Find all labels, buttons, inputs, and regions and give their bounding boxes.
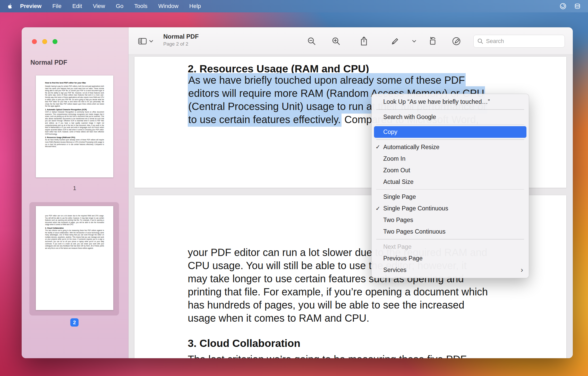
menubar-status-area (560, 3, 588, 10)
page-number-1: 1 (36, 185, 113, 192)
zoom-in-icon (331, 37, 341, 46)
desktop: Preview File Edit View Go Tools Window H… (0, 0, 588, 376)
search-input[interactable] (486, 38, 561, 45)
page-thumbnail-2[interactable]: your PDF editor can run a lot slower due… (36, 206, 113, 310)
share-button[interactable] (358, 35, 370, 47)
menu-item-label: Copy (383, 129, 397, 135)
page-number-2-badge: 2 (70, 318, 79, 327)
menu-separator (376, 124, 524, 125)
section-heading-cloud: 3. Cloud Collaboration (188, 337, 300, 349)
menu-item-label: Automatically Resize (383, 144, 439, 151)
thumb1-title: How to find the best PDF editor for your… (45, 82, 104, 84)
stack-status-icon[interactable] (574, 3, 581, 9)
thumb1-paragraph: OCR or Optical Character Recognition is … (45, 111, 104, 135)
menu-item-label: Zoom Out (383, 167, 410, 174)
thumb1-paragraph: As we have briefly touched upon already … (45, 139, 104, 148)
rotate-icon (428, 37, 437, 46)
rotate-button[interactable] (427, 35, 439, 47)
apple-logo-icon[interactable] (7, 3, 12, 9)
annotate-dropdown-button[interactable] (410, 35, 418, 47)
menu-item-label: Zoom In (383, 155, 405, 162)
sidebar-document-title: Normal PDF (30, 59, 67, 66)
thumb1-heading-2: 2. Resources Usage (RAM and CPU) (45, 136, 104, 138)
text-line: As we have briefly touched upon already … (188, 74, 487, 87)
menu-item-services[interactable]: Services› (372, 264, 529, 276)
menubar-item-help[interactable]: Help (184, 3, 206, 10)
menu-item-zoom-in[interactable]: Zoom In (372, 153, 529, 165)
minimize-button[interactable] (42, 39, 47, 44)
chevron-down-icon (412, 40, 416, 42)
markup-button[interactable] (450, 35, 463, 47)
menubar-app-name[interactable]: Preview (15, 3, 47, 10)
menu-item-label: Actual Size (383, 178, 414, 185)
annotate-button[interactable] (389, 35, 401, 47)
menu-item-label: Single Page Continuous (383, 205, 448, 212)
menu-item-label: Two Pages Continuous (383, 228, 446, 235)
text-line: printing that file. For example, if you’… (188, 285, 488, 298)
menu-item-single-page[interactable]: Single Page (372, 191, 529, 203)
search-icon (477, 38, 483, 44)
menubar-item-edit[interactable]: Edit (67, 3, 88, 10)
share-icon (360, 36, 368, 46)
menu-item-label: Previous Page (383, 255, 423, 262)
thumb2-heading: 3. Cloud Collaboration (45, 227, 104, 229)
menu-item-label: Single Page (383, 193, 416, 200)
page-thumbnail-1[interactable]: How to find the best PDF editor for your… (36, 75, 113, 177)
menu-item-look-up[interactable]: Look Up “As we have briefly touched…” (372, 96, 529, 108)
menu-item-label: Services (383, 267, 406, 274)
page-indicator: Page 2 of 2 (163, 41, 199, 47)
menubar-item-window[interactable]: Window (153, 3, 184, 10)
sidebar-toggle-icon (138, 37, 147, 45)
menu-item-actual-size[interactable]: Actual Size (372, 176, 529, 188)
menu-item-single-page-continuous[interactable]: ✓Single Page Continuous (372, 203, 529, 214)
zoom-button[interactable] (53, 39, 57, 44)
menu-item-zoom-out[interactable]: Zoom Out (372, 165, 529, 176)
menu-separator (376, 189, 524, 190)
chevron-down-icon (149, 40, 153, 42)
text-line: usage when it comes to RAM and CPU. (188, 312, 488, 325)
selected-text: As we have briefly touched upon already … (188, 73, 466, 87)
document-title: Normal PDF (163, 33, 199, 40)
thumb2-paragraph: your PDF editor can run a lot slower due… (45, 215, 104, 226)
thumb2-paragraph: The last criterion we’re going to be mea… (45, 229, 104, 249)
menu-item-label: Next Page (383, 243, 412, 250)
check-icon: ✓ (376, 144, 380, 150)
menu-item-label: Look Up “As we have briefly touched…” (383, 98, 490, 105)
window-controls (32, 39, 57, 44)
menu-item-previous-page[interactable]: Previous Page (372, 253, 529, 264)
menu-separator (376, 239, 524, 240)
thumb1-heading-1: 1. Automatic Optical Character Recogniti… (45, 109, 104, 110)
menu-bar: Preview File Edit View Go Tools Window H… (0, 0, 588, 12)
highlighter-icon (390, 37, 400, 46)
swirl-status-icon[interactable] (560, 3, 566, 10)
context-menu: Look Up “As we have briefly touched…” Se… (371, 94, 529, 278)
search-field[interactable] (473, 35, 565, 48)
sidebar-toggle-button[interactable] (138, 35, 154, 47)
menu-item-automatically-resize[interactable]: ✓Automatically Resize (372, 141, 529, 153)
menubar-item-tools[interactable]: Tools (129, 3, 153, 10)
zoom-out-button[interactable] (305, 35, 318, 47)
markup-pen-icon (452, 37, 461, 46)
menu-item-label: Search with Google (383, 114, 436, 121)
menu-item-copy[interactable]: Copy (374, 126, 526, 138)
menu-item-search-with-google[interactable]: Search with Google (372, 111, 529, 123)
menu-item-two-pages-continuous[interactable]: Two Pages Continuous (372, 226, 529, 237)
close-button[interactable] (32, 39, 37, 44)
thumb1-paragraph: Despite having to pay for certain PDF ed… (45, 85, 104, 107)
partial-text-line: The last criterion we’re going to be mea… (188, 353, 467, 358)
menubar-item-file[interactable]: File (47, 3, 67, 10)
toolbar-title-group: Normal PDF Page 2 of 2 (163, 33, 199, 47)
text-line: has hundreds of pages, you will be able … (188, 298, 488, 312)
menu-item-next-page: Next Page (372, 241, 529, 253)
sidebar: Normal PDF How to find the best PDF edit… (22, 27, 129, 358)
menu-item-label: Two Pages (383, 217, 413, 224)
menu-item-two-pages[interactable]: Two Pages (372, 214, 529, 226)
zoom-in-button[interactable] (330, 35, 342, 47)
menu-separator (376, 139, 524, 140)
toolbar: Normal PDF Page 2 of 2 (129, 27, 573, 55)
menu-separator (376, 109, 524, 110)
menubar-item-go[interactable]: Go (110, 3, 129, 10)
check-icon: ✓ (376, 205, 380, 212)
menubar-item-view[interactable]: View (88, 3, 110, 10)
zoom-out-icon (307, 37, 316, 46)
